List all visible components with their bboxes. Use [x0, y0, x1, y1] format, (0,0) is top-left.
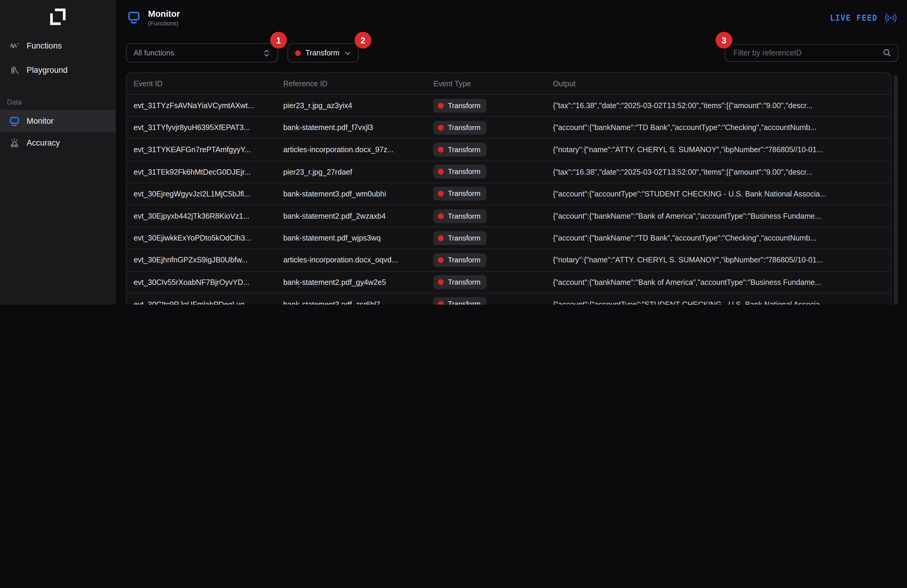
chevron-down-icon [344, 50, 351, 56]
table-body: evt_31TYzFsAVNaYiaVCymtAXwt...pier23_r.j… [127, 95, 891, 305]
cell-event-id: evt_30CItc9RJgUFmlahPDeqLvq... [127, 300, 276, 305]
event-type-label: Transform [448, 212, 481, 220]
cell-event-type: Transform [426, 209, 546, 223]
select-chevrons-icon [263, 48, 270, 58]
table-row[interactable]: evt_31TYKEAFGn7rePTAmfgyyY...articles-in… [127, 139, 891, 161]
cell-event-type: Transform [426, 275, 546, 289]
cell-reference-id: bank-statement.pdf_wjps3wq [276, 234, 426, 242]
table-row[interactable]: evt_30CItc9RJgUFmlahPDeqLvq...bank-state… [127, 294, 891, 305]
transform-status-dot [438, 235, 444, 241]
cell-reference-id: bank-statement3.pdf_wm0ubhi [276, 190, 426, 198]
main-content: Monitor (Functions) LIVE FEED All functi… [116, 0, 907, 305]
cell-output: {"account":{"bankName":"Bank of America"… [546, 211, 891, 220]
search-icon [882, 48, 892, 58]
reference-filter-input[interactable] [732, 48, 882, 58]
column-header-reference-id: Reference ID [276, 79, 426, 88]
cell-event-type: Transform [426, 231, 546, 245]
waveform-icon [9, 40, 20, 51]
cell-output: {"notary":{"name":"ATTY. CHERYL S. SUMAN… [546, 256, 891, 265]
cell-output: {"account":{"bankName":"Bank of America"… [546, 278, 891, 286]
column-header-output: Output [546, 79, 891, 88]
cell-event-id: evt_31TYzFsAVNaYiaVCymtAXwt... [127, 101, 276, 110]
cell-event-type: Transform [426, 165, 546, 179]
annotation-badge-2: 2 [354, 32, 371, 48]
sidebar-item-label: Accuracy [27, 138, 60, 147]
page-title: Monitor [148, 9, 180, 19]
column-header-event-type: Event Type [426, 79, 546, 88]
event-type-filter[interactable]: Transform [287, 43, 359, 62]
siren-icon [9, 137, 20, 148]
event-type-pill: Transform [433, 253, 487, 267]
table-row[interactable]: evt_31TYzFsAVNaYiaVCymtAXwt...pier23_r.j… [127, 95, 891, 117]
cell-reference-id: bank-statement2.pdf_2wzaxb4 [276, 211, 426, 220]
event-type-label: Transform [448, 145, 481, 154]
brand-logo-icon [48, 8, 67, 26]
table-row[interactable]: evt_31TEk92Fk6hMtDecG0DJEjr...pier23_r.j… [127, 161, 891, 183]
event-type-pill: Transform [433, 275, 487, 289]
sidebar-item-label: Monitor [27, 116, 54, 126]
sidebar-item-accuracy[interactable]: Accuracy [0, 132, 115, 154]
event-type-label: Transform [448, 256, 481, 264]
events-table: Event ID Reference ID Event Type Output … [126, 72, 891, 305]
annotation-badge-1: 1 [270, 32, 287, 48]
cell-event-id: evt_30EjhnfnGPZxS9igJB0Ubfw... [127, 256, 276, 265]
playground-icon [9, 65, 20, 75]
table-row[interactable]: evt_31TYfyvjr8yuH6395XfEPAT3...bank-stat… [127, 117, 891, 139]
event-type-label: Transform [448, 234, 481, 242]
sidebar-section-data: Data [0, 97, 115, 107]
table-row[interactable]: evt_30EjregWgyvJzI2L1MjC5bJfl...bank-sta… [127, 183, 891, 205]
cell-reference-id: pier23_r.jpg_az3yix4 [276, 101, 426, 110]
table-row[interactable]: evt_30Ejpyxb442jTk36R8KioVz1...bank-stat… [127, 205, 891, 227]
function-filter-value: All functions [134, 48, 174, 57]
cell-event-type: Transform [426, 253, 546, 267]
table-row[interactable]: evt_30EjiwkkExYoPDto5kOdClh3...bank-stat… [127, 227, 891, 249]
transform-status-dot [438, 125, 444, 130]
broadcast-icon [884, 11, 898, 25]
cell-event-id: evt_31TYKEAFGn7rePTAmfgyyY... [127, 145, 276, 154]
transform-status-dot [438, 279, 444, 285]
table-scrollbar[interactable] [894, 75, 898, 305]
sidebar-item-playground[interactable]: Playground [0, 58, 115, 82]
cell-output: {"tax":"16.38","date":"2025-03-02T13:52:… [546, 101, 891, 110]
event-type-label: Transform [448, 168, 481, 176]
cell-output: {"account":{"bankName":"TD Bank","accoun… [546, 123, 891, 132]
transform-status-dot [295, 50, 301, 56]
page-header: Monitor (Functions) [127, 9, 180, 27]
cell-output: {"tax":"16.38","date":"2025-03-02T13:52:… [546, 168, 891, 176]
event-type-pill: Transform [433, 143, 487, 157]
app-window: Functions Playground Data Monitor [0, 0, 907, 305]
cell-event-type: Transform [426, 187, 546, 201]
cell-reference-id: bank-statement.pdf_f7vxjl3 [276, 123, 426, 132]
cell-event-type: Transform [426, 99, 546, 112]
event-type-label: Transform [448, 124, 481, 132]
transform-status-dot [438, 147, 444, 152]
table-row[interactable]: evt_30CIv55rXoabNF7BjrOyvYD...bank-state… [127, 272, 891, 294]
event-type-pill: Transform [433, 99, 487, 112]
monitor-icon [9, 116, 20, 126]
cell-output: {"account":{"bankName":"TD Bank","accoun… [546, 234, 891, 242]
event-type-pill: Transform [433, 209, 487, 223]
cell-event-type: Transform [426, 143, 546, 157]
monitor-page-icon [127, 11, 141, 27]
sidebar: Functions Playground Data Monitor [0, 0, 116, 305]
sidebar-spacer [0, 154, 115, 305]
event-type-pill: Transform [433, 231, 487, 245]
event-type-pill: Transform [433, 165, 487, 179]
reference-filter-box [725, 44, 898, 62]
transform-status-dot [438, 301, 444, 305]
sidebar-item-monitor[interactable]: Monitor [0, 110, 115, 132]
event-type-pill: Transform [433, 121, 487, 134]
cell-output: {"notary":{"name":"ATTY. CHERYL S. SUMAN… [546, 145, 891, 154]
sidebar-item-functions[interactable]: Functions [0, 34, 115, 58]
cell-output: {"account":{"accountType":"STUDENT CHECK… [546, 300, 891, 305]
filter-bar: All functions Transform [116, 43, 907, 62]
function-filter-select[interactable]: All functions [126, 43, 278, 62]
cell-reference-id: pier23_r.jpg_27rdaef [276, 168, 426, 176]
live-feed-indicator[interactable]: LIVE FEED [830, 11, 898, 25]
cell-reference-id: bank-statement2.pdf_gy4w2e5 [276, 278, 426, 286]
cell-event-id: evt_30Ejpyxb442jTk36R8KioVz1... [127, 211, 276, 220]
table-row[interactable]: evt_30EjhnfnGPZxS9igJB0Ubfw...articles-i… [127, 249, 891, 272]
transform-status-dot [438, 191, 444, 197]
sidebar-item-label: Functions [27, 41, 62, 50]
cell-reference-id: articles-incorporation.docx_97z... [276, 145, 426, 154]
